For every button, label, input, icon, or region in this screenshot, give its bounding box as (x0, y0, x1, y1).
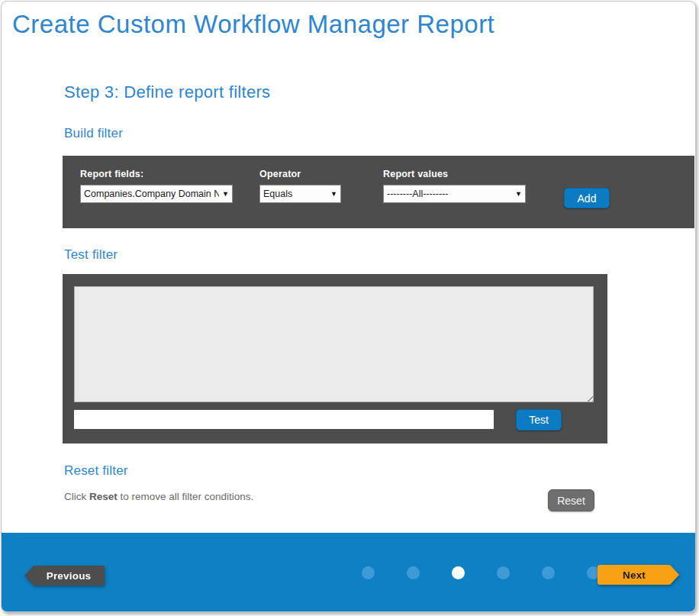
report-fields-selected-value: Companies.Company Domain Na (84, 189, 219, 199)
report-values-selected-value: --------All-------- (387, 189, 512, 199)
filter-conditions-textarea[interactable] (74, 286, 594, 402)
report-fields-select[interactable]: Companies.Company Domain Na ▼ (80, 185, 233, 203)
test-filter-panel: Test (63, 274, 607, 443)
reset-filter-section-label: Reset filter (64, 463, 128, 479)
report-values-label: Report values (383, 169, 448, 179)
previous-button[interactable]: Previous (24, 566, 105, 585)
operator-selected-value: Equals (263, 189, 327, 199)
test-filter-section-label: Test filter (64, 247, 118, 263)
reset-description-prefix: Click (64, 491, 89, 502)
reset-description-bold: Reset (89, 491, 118, 502)
step-dot-2 (407, 566, 420, 579)
test-button[interactable]: Test (516, 409, 562, 431)
reset-description-suffix: to remove all filter conditions. (118, 491, 254, 502)
next-button[interactable]: Next (598, 565, 679, 585)
reset-button[interactable]: Reset (548, 489, 594, 511)
report-fields-label: Report fields: (80, 169, 143, 179)
step-indicator-dots (362, 566, 600, 579)
chevron-down-icon: ▼ (515, 190, 522, 198)
step-dot-4 (497, 566, 510, 579)
step-dot-5 (542, 566, 555, 579)
page-title: Create Custom Workflow Manager Report (12, 10, 494, 39)
add-button[interactable]: Add (564, 188, 610, 208)
reset-description: Click Reset to remove all filter conditi… (64, 491, 253, 502)
chevron-down-icon: ▼ (222, 190, 229, 198)
build-filter-section-label: Build filter (64, 126, 123, 141)
step-heading: Step 3: Define report filters (64, 82, 270, 102)
arrow-right-icon (670, 565, 679, 585)
step-dot-1 (362, 566, 375, 579)
operator-select[interactable]: Equals ▼ (259, 185, 341, 203)
step-dot-3-active (452, 566, 465, 579)
next-button-label: Next (598, 565, 671, 585)
report-values-select[interactable]: --------All-------- ▼ (383, 185, 526, 203)
operator-label: Operator (259, 169, 301, 179)
previous-button-label: Previous (33, 566, 105, 585)
chevron-down-icon: ▼ (330, 190, 337, 198)
test-value-input[interactable] (74, 410, 494, 429)
wizard-footer: Previous Next (2, 533, 695, 611)
build-filter-panel: Report fields: Companies.Company Domain … (63, 156, 694, 228)
wizard-window: Create Custom Workflow Manager Report St… (1, 1, 696, 612)
